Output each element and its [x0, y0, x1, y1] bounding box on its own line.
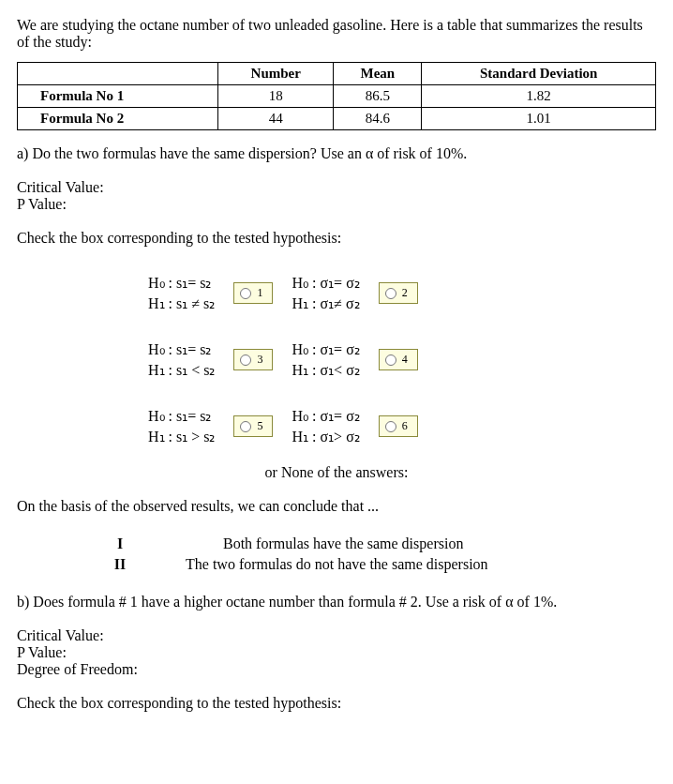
radio-input-4[interactable]	[385, 354, 396, 366]
table-row: Formula No 1 18 86.5 1.82	[18, 85, 656, 108]
header-mean: Mean	[334, 63, 422, 85]
conclusion-row: II The two formulas do not have the same…	[111, 556, 656, 573]
h1-text: H₁ : σ₁≠ σ₂	[292, 294, 359, 314]
part-b-question: b) Does formula # 1 have a higher octane…	[17, 594, 656, 611]
h1-text: H₁ : s₁ ≠ s₂	[148, 294, 215, 314]
radio-option-2[interactable]: 2	[379, 282, 418, 304]
part-a-question: a) Do the two formulas have the same dis…	[17, 145, 656, 162]
radio-input-2[interactable]	[385, 288, 396, 299]
df-label: Degree of Freedom:	[17, 661, 656, 678]
hypothesis-pair-2: H₀ : σ₁= σ₂ H₁ : σ₁≠ σ₂	[292, 273, 359, 313]
radio-label: 1	[257, 286, 262, 300]
conclusion-row: I Both formulas have the same dispersion	[111, 535, 656, 552]
intro-text: We are studying the octane number of two…	[17, 17, 656, 51]
p-value-label-b: P Value:	[17, 644, 656, 661]
cell-sd: 1.01	[422, 108, 656, 130]
hypothesis-pair-4: H₀ : σ₁= σ₂ H₁ : σ₁< σ₂	[292, 339, 359, 380]
none-of-answers: or None of the answers:	[17, 464, 656, 481]
hypothesis-pair-1: H₀ : s₁= s₂ H₁ : s₁ ≠ s₂	[148, 273, 215, 313]
radio-option-3[interactable]: 3	[233, 349, 273, 370]
conclusion-num: II	[111, 556, 129, 573]
radio-label: 3	[257, 353, 262, 367]
hypothesis-instruction-b: Check the box corresponding to the teste…	[17, 695, 656, 712]
hypothesis-pair-5: H₀ : s₁= s₂ H₁ : s₁ > s₂	[148, 406, 215, 446]
h1-text: H₁ : s₁ > s₂	[148, 427, 215, 447]
conclusion-text: Both formulas have the same dispersion	[223, 535, 463, 552]
h0-text: H₀ : s₁= s₂	[148, 339, 215, 360]
radio-input-5[interactable]	[240, 421, 251, 432]
radio-input-6[interactable]	[385, 421, 396, 432]
h0-text: H₀ : σ₁= σ₂	[292, 406, 359, 427]
p-value-label: P Value:	[17, 196, 656, 213]
radio-label: 6	[402, 419, 408, 433]
hypothesis-pair-6: H₀ : σ₁= σ₂ H₁ : σ₁> σ₂	[292, 406, 359, 446]
h1-text: H₁ : s₁ < s₂	[148, 360, 215, 381]
radio-option-1[interactable]: 1	[233, 282, 273, 304]
radio-label: 2	[402, 286, 408, 300]
conclusion-num: I	[111, 535, 129, 552]
row-label: Formula No 1	[18, 85, 218, 108]
hypothesis-pair-3: H₀ : s₁= s₂ H₁ : s₁ < s₂	[148, 339, 215, 380]
radio-input-3[interactable]	[240, 354, 251, 366]
radio-label: 5	[257, 419, 262, 433]
h0-text: H₀ : σ₁= σ₂	[292, 339, 359, 360]
cell-number: 18	[218, 85, 334, 108]
table-header-row: Number Mean Standard Deviation	[18, 63, 656, 85]
critical-value-label-b: Critical Value:	[17, 627, 656, 644]
conclusion-text: The two formulas do not have the same di…	[186, 556, 488, 573]
data-table: Number Mean Standard Deviation Formula N…	[17, 62, 656, 130]
radio-option-5[interactable]: 5	[233, 415, 273, 437]
h1-text: H₁ : σ₁> σ₂	[292, 427, 359, 447]
table-row: Formula No 2 44 84.6 1.01	[18, 108, 656, 130]
hypothesis-instruction: Check the box corresponding to the teste…	[17, 230, 656, 247]
header-sd: Standard Deviation	[422, 63, 656, 85]
hypothesis-grid: H₀ : s₁= s₂ H₁ : s₁ ≠ s₂ 1 H₀ : σ₁= σ₂ H…	[148, 273, 418, 447]
h0-text: H₀ : σ₁= σ₂	[292, 273, 359, 294]
cell-sd: 1.82	[422, 85, 656, 108]
h0-text: H₀ : s₁= s₂	[148, 406, 215, 427]
critical-value-label: Critical Value:	[17, 179, 656, 196]
cell-number: 44	[218, 108, 334, 130]
radio-option-6[interactable]: 6	[379, 415, 418, 437]
cell-mean: 86.5	[334, 85, 422, 108]
radio-option-4[interactable]: 4	[379, 349, 418, 370]
h1-text: H₁ : σ₁< σ₂	[292, 360, 359, 381]
conclusion-intro: On the basis of the observed results, we…	[17, 498, 656, 515]
h0-text: H₀ : s₁= s₂	[148, 273, 215, 294]
header-empty	[18, 63, 218, 85]
radio-input-1[interactable]	[240, 288, 251, 299]
cell-mean: 84.6	[334, 108, 422, 130]
row-label: Formula No 2	[18, 108, 218, 130]
header-number: Number	[218, 63, 334, 85]
radio-label: 4	[402, 353, 408, 367]
